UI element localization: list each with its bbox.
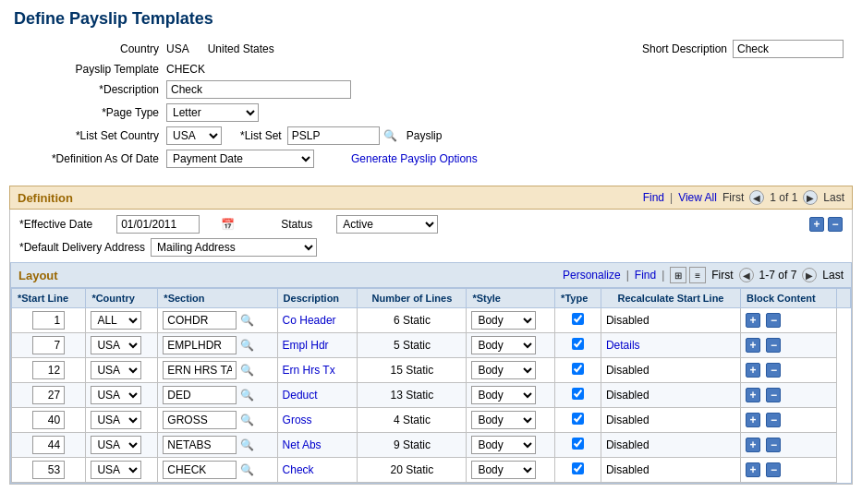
layout-find-link[interactable]: Find bbox=[635, 269, 656, 282]
row-remove-btn[interactable]: − bbox=[766, 388, 781, 402]
country-select[interactable]: USA bbox=[91, 386, 141, 404]
recalculate-checkbox[interactable] bbox=[572, 313, 584, 325]
section-input[interactable] bbox=[163, 461, 237, 479]
section-input[interactable] bbox=[163, 386, 237, 404]
list-set-input[interactable] bbox=[287, 126, 380, 145]
type-select[interactable]: Body bbox=[471, 411, 536, 429]
definition-as-of-date-select[interactable]: Payment Date Check Date bbox=[166, 150, 314, 168]
section-input[interactable] bbox=[163, 411, 237, 429]
section-search-icon[interactable]: 🔍 bbox=[240, 339, 254, 352]
definition-add-btn[interactable]: + bbox=[809, 217, 824, 232]
country-select[interactable]: USA bbox=[91, 436, 141, 454]
start-line-input[interactable] bbox=[32, 386, 65, 404]
block-content-value: Disabled bbox=[606, 314, 650, 327]
row-remove-btn[interactable]: − bbox=[766, 363, 781, 378]
type-select[interactable]: Body bbox=[471, 311, 536, 330]
recalculate-checkbox[interactable] bbox=[572, 413, 584, 425]
section-search-icon[interactable]: 🔍 bbox=[240, 389, 254, 402]
section-input[interactable] bbox=[163, 311, 237, 330]
layout-list-icon[interactable]: ≡ bbox=[689, 267, 706, 283]
description-link[interactable]: Check bbox=[283, 463, 314, 476]
section-search-icon[interactable]: 🔍 bbox=[240, 364, 254, 377]
row-add-btn[interactable]: + bbox=[746, 313, 760, 328]
layout-table: *Start Line *Country *Section Descriptio… bbox=[11, 288, 851, 483]
type-select[interactable]: Body bbox=[471, 361, 536, 379]
block-content-link[interactable]: Details bbox=[606, 339, 640, 352]
row-add-btn[interactable]: + bbox=[746, 388, 760, 402]
layout-personalize-link[interactable]: Personalize bbox=[563, 269, 621, 282]
definition-remove-btn[interactable]: − bbox=[828, 217, 843, 232]
country-select[interactable]: USA bbox=[91, 461, 141, 479]
section-search-icon[interactable]: 🔍 bbox=[240, 463, 254, 476]
section-input[interactable] bbox=[163, 436, 237, 454]
list-set-country-label: *List Set Country bbox=[18, 129, 166, 142]
section-input[interactable] bbox=[163, 336, 237, 354]
country-select[interactable]: ALL bbox=[91, 311, 141, 330]
start-line-input[interactable] bbox=[32, 411, 65, 429]
section-search-icon[interactable]: 🔍 bbox=[240, 414, 254, 426]
country-select[interactable]: USA bbox=[91, 361, 141, 379]
row-remove-btn[interactable]: − bbox=[766, 338, 781, 353]
layout-next-btn[interactable]: ▶ bbox=[802, 268, 817, 282]
start-line-input[interactable] bbox=[32, 311, 65, 330]
short-description-input[interactable] bbox=[733, 40, 844, 58]
type-select[interactable]: Body bbox=[471, 336, 536, 354]
generate-payslip-options-link[interactable]: Generate Payslip Options bbox=[351, 152, 478, 165]
row-add-btn[interactable]: + bbox=[746, 363, 760, 378]
row-add-btn[interactable]: + bbox=[746, 462, 760, 477]
start-line-input[interactable] bbox=[32, 461, 65, 479]
row-remove-btn[interactable]: − bbox=[766, 313, 781, 328]
section-search-icon[interactable]: 🔍 bbox=[240, 438, 254, 451]
section-search-icon[interactable]: 🔍 bbox=[240, 314, 254, 327]
country-select[interactable]: USA bbox=[91, 411, 141, 429]
block-content-value: Disabled bbox=[606, 414, 650, 426]
row-add-btn[interactable]: + bbox=[746, 438, 760, 452]
definition-find-link[interactable]: Find bbox=[643, 191, 664, 204]
recalculate-checkbox[interactable] bbox=[572, 388, 584, 400]
col-section: *Section bbox=[158, 289, 277, 308]
type-select[interactable]: Body bbox=[471, 461, 536, 479]
description-link[interactable]: Empl Hdr bbox=[283, 339, 329, 352]
description-link[interactable]: Ern Hrs Tx bbox=[283, 364, 335, 377]
recalculate-checkbox[interactable] bbox=[572, 338, 584, 350]
row-remove-btn[interactable]: − bbox=[766, 438, 781, 452]
table-row: USA 🔍 Gross 4 Static Body Disabled + − bbox=[12, 408, 851, 433]
description-link[interactable]: Deduct bbox=[283, 389, 318, 402]
list-set-search-icon[interactable]: 🔍 bbox=[383, 129, 397, 142]
recalculate-checkbox[interactable] bbox=[572, 363, 584, 375]
description-link[interactable]: Net Abs bbox=[283, 438, 322, 451]
recalculate-checkbox[interactable] bbox=[572, 438, 584, 450]
row-remove-btn[interactable]: − bbox=[766, 462, 781, 477]
type-select[interactable]: Body bbox=[471, 436, 536, 454]
section-input[interactable] bbox=[163, 361, 237, 379]
recalculate-checkbox[interactable] bbox=[572, 462, 584, 474]
effective-date-input[interactable] bbox=[116, 215, 200, 234]
layout-section-header: Layout Personalize | Find | ⊞ ≡ First ◀ … bbox=[10, 262, 852, 288]
description-link[interactable]: Co Header bbox=[283, 314, 336, 327]
page-type-select[interactable]: Letter A4 bbox=[166, 103, 259, 122]
country-code: USA bbox=[166, 42, 189, 55]
start-line-input[interactable] bbox=[32, 436, 65, 454]
row-add-btn[interactable]: + bbox=[746, 413, 760, 427]
row-remove-btn[interactable]: − bbox=[766, 413, 781, 427]
layout-grid-icon[interactable]: ⊞ bbox=[670, 267, 686, 283]
default-delivery-select[interactable]: Mailing Address Home Address bbox=[151, 238, 317, 257]
table-row: ALL 🔍 Co Header 6 Static Body Disabled +… bbox=[12, 308, 851, 333]
country-select[interactable]: USA bbox=[91, 336, 141, 354]
description-link[interactable]: Gross bbox=[283, 414, 312, 426]
definition-prev-btn[interactable]: ◀ bbox=[749, 190, 764, 205]
payslip-template-label: Payslip Template bbox=[18, 63, 166, 76]
start-line-input[interactable] bbox=[32, 336, 65, 354]
num-lines-cell: 13 Static bbox=[358, 383, 467, 408]
calendar-icon[interactable]: 📅 bbox=[221, 218, 235, 231]
status-select[interactable]: Active Inactive bbox=[336, 215, 438, 234]
start-line-input[interactable] bbox=[32, 361, 65, 379]
col-type: *Type bbox=[555, 289, 601, 308]
row-add-btn[interactable]: + bbox=[746, 338, 760, 353]
list-set-country-select[interactable]: USA bbox=[166, 126, 222, 145]
layout-prev-btn[interactable]: ◀ bbox=[739, 268, 754, 282]
type-select[interactable]: Body bbox=[471, 386, 536, 404]
definition-next-btn[interactable]: ▶ bbox=[803, 190, 818, 205]
description-input[interactable] bbox=[166, 80, 351, 99]
definition-view-all-link[interactable]: View All bbox=[678, 191, 717, 204]
